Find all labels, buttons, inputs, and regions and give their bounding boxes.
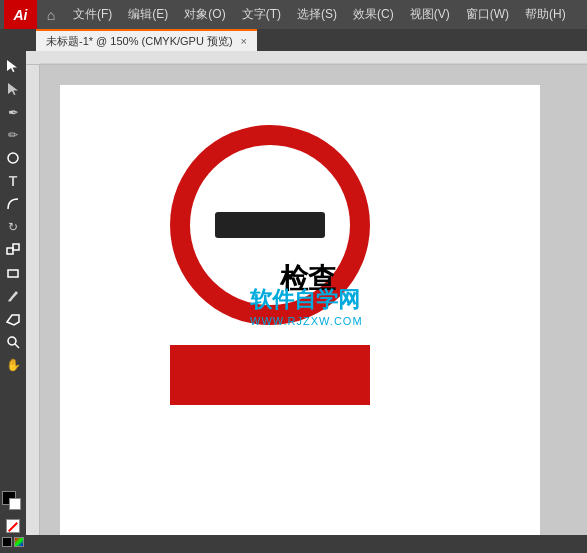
color-mode-swatches [2,537,24,547]
menu-object[interactable]: 对象(O) [176,0,233,29]
menu-items: 文件(F) 编辑(E) 对象(O) 文字(T) 选择(S) 效果(C) 视图(V… [65,0,574,29]
hand-tool[interactable]: ✋ [2,354,24,376]
svg-marker-1 [8,83,18,95]
pen-tool[interactable]: ✒ [2,101,24,123]
red-rectangle [170,345,370,405]
app-logo: Ai [4,0,37,29]
type-tool[interactable]: T [2,170,24,192]
canvas-content: 检查 软件自学网 WWW.RJZXW.COM [40,65,587,553]
toolbar: ✒ ✏ T ↻ ✋ [0,51,26,553]
svg-rect-3 [7,248,13,254]
svg-rect-5 [8,270,18,277]
tab-label: 未标题-1* @ 150% (CMYK/GPU 预览) [46,34,233,49]
ellipse-tool[interactable] [2,147,24,169]
menu-file[interactable]: 文件(F) [65,0,120,29]
brush-tool[interactable] [2,285,24,307]
artboard: 检查 软件自学网 WWW.RJZXW.COM [60,85,540,535]
menu-effect[interactable]: 效果(C) [345,0,402,29]
scale-tool[interactable] [2,239,24,261]
gradient-swatch[interactable] [14,537,24,547]
canvas-area: 检查 软件自学网 WWW.RJZXW.COM [26,51,587,553]
svg-marker-0 [7,60,17,72]
watermark-sub-text: WWW.RJZXW.COM [250,315,363,327]
color-swatch-area[interactable] [2,491,24,513]
black-swatch[interactable] [2,537,12,547]
horizontal-ruler [26,51,587,65]
color-swatches [2,491,24,553]
select-tool[interactable] [2,55,24,77]
home-icon[interactable]: ⌂ [37,0,65,29]
svg-point-2 [8,153,18,163]
main-layout: ✒ ✏ T ↻ ✋ [0,51,587,553]
document-tab[interactable]: 未标题-1* @ 150% (CMYK/GPU 预览) × [36,29,257,51]
menu-help[interactable]: 帮助(H) [517,0,574,29]
eraser-tool[interactable] [2,308,24,330]
svg-line-8 [15,344,19,348]
background-color[interactable] [9,498,21,510]
arc-tool[interactable] [2,193,24,215]
pencil-tool[interactable]: ✏ [2,124,24,146]
tab-bar: 未标题-1* @ 150% (CMYK/GPU 预览) × [0,29,587,51]
direct-select-tool[interactable] [2,78,24,100]
vertical-ruler [26,65,40,553]
rectangle-tool[interactable] [2,262,24,284]
minus-bar [215,212,325,238]
menu-select[interactable]: 选择(S) [289,0,345,29]
none-color[interactable] [6,519,20,533]
menu-bar: Ai ⌂ 文件(F) 编辑(E) 对象(O) 文字(T) 选择(S) 效果(C)… [0,0,587,29]
svg-rect-4 [13,244,19,250]
menu-text[interactable]: 文字(T) [234,0,289,29]
menu-view[interactable]: 视图(V) [402,0,458,29]
svg-point-7 [8,337,16,345]
status-bar [26,535,587,553]
tab-close-button[interactable]: × [241,35,247,47]
artwork-container: 检查 [140,125,400,405]
zoom-tool[interactable] [2,331,24,353]
menu-window[interactable]: 窗口(W) [458,0,517,29]
watermark-main-text: 软件自学网 [250,285,363,315]
watermark: 软件自学网 WWW.RJZXW.COM [250,285,363,327]
menu-edit[interactable]: 编辑(E) [120,0,176,29]
rotate-tool[interactable]: ↻ [2,216,24,238]
svg-marker-6 [7,315,19,325]
